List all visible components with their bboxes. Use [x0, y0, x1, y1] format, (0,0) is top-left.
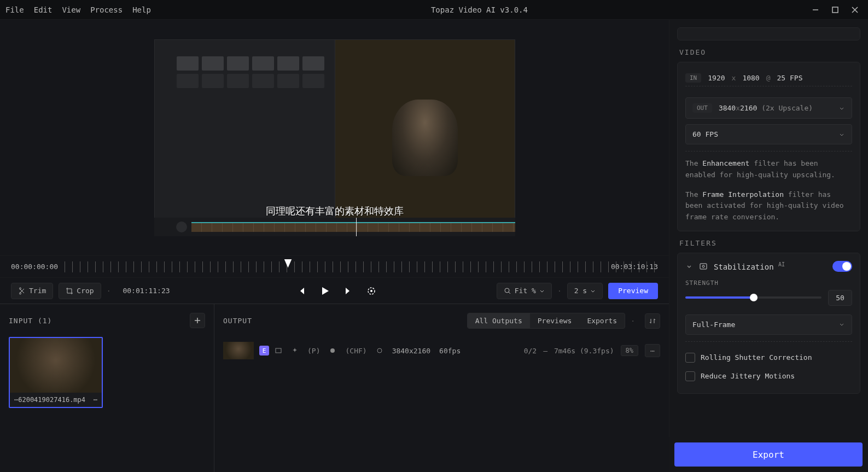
filters-section-title: FILTERS	[679, 239, 858, 247]
play-button[interactable]	[319, 285, 330, 296]
input-filename: ⋯6200419027416.mp4	[14, 396, 85, 404]
svg-rect-4	[276, 348, 281, 353]
bottom-panels: INPUT (1) ⋯6200419027416.mp4 ⋯ OUTPUT	[0, 304, 669, 472]
stabilization-icon	[698, 261, 708, 271]
right-tool-controls: Fit % · 2 s Preview	[497, 283, 658, 299]
zoom-value: Fit %	[515, 287, 536, 295]
close-icon[interactable]	[847, 2, 863, 18]
output-dash: —	[543, 347, 547, 355]
slider-thumb[interactable]	[750, 294, 758, 301]
scissors-icon	[18, 287, 26, 295]
playhead-icon[interactable]	[284, 259, 292, 268]
svg-point-6	[377, 348, 382, 353]
speed-value: 2 s	[574, 287, 587, 295]
sort-button[interactable]	[645, 313, 660, 329]
export-button[interactable]: Export	[674, 442, 863, 467]
frame-strip[interactable]	[191, 222, 515, 232]
stabilization-mode-dropdown[interactable]: Full-Frame	[685, 314, 852, 335]
checkbox-icon	[685, 353, 695, 363]
strength-label: STRENGTH	[685, 279, 719, 287]
video-settings-card: IN 1920x1080 @ 25 FPS OUT 3840x2160 (2x …	[677, 62, 860, 231]
output-p-label: (P)	[307, 347, 320, 355]
crop-button[interactable]: Crop	[59, 283, 101, 299]
in-height: 1080	[742, 74, 759, 82]
output-resolution: 3840x2160	[392, 347, 430, 355]
chevron-down-icon	[685, 263, 693, 270]
output-panel: OUTPUT All Outputs Previews Exports ·	[214, 304, 669, 472]
output-percent: 8%	[621, 345, 638, 356]
trim-button[interactable]: Trim	[11, 283, 53, 299]
timeline-lock-icon[interactable]	[176, 222, 187, 232]
menu-file[interactable]: File	[5, 5, 24, 14]
in-width: 1920	[708, 74, 725, 82]
menu-edit[interactable]: Edit	[34, 5, 53, 14]
stabilize-icon	[275, 347, 282, 354]
svg-rect-7	[700, 264, 707, 269]
speed-dropdown[interactable]: 2 s	[567, 283, 603, 299]
input-more-icon[interactable]: ⋯	[94, 396, 97, 404]
tab-exports[interactable]: Exports	[579, 313, 625, 328]
sort-icon	[649, 317, 656, 325]
input-panel-title: INPUT (1)	[9, 317, 52, 325]
mini-playhead[interactable]	[356, 218, 357, 236]
input-thumbnail[interactable]: ⋯6200419027416.mp4 ⋯	[9, 337, 103, 408]
in-fps: 25 FPS	[777, 74, 803, 82]
transport-controls	[182, 285, 491, 296]
next-frame-button[interactable]	[343, 286, 353, 296]
checkbox-icon	[685, 371, 695, 381]
sidebar[interactable]: VIDEO IN 1920x1080 @ 25 FPS OUT 3840x216…	[669, 20, 868, 472]
output-more-button[interactable]: ⋯	[645, 344, 660, 357]
window-title: Topaz Video AI v3.0.4	[151, 5, 808, 14]
rolling-shutter-label: Rolling Shutter Correction	[701, 353, 812, 362]
preview-button[interactable]: Preview	[608, 283, 658, 299]
output-row[interactable]: E (P) (CHF) 3840x2160 60fps 0/2 —	[223, 337, 660, 364]
out-badge: OUT	[692, 103, 712, 113]
transport-toolbar: Trim Crop · 00:01:11:23 Fit % ·	[0, 277, 669, 304]
zoom-dropdown[interactable]: Fit %	[497, 283, 552, 299]
ruler-end-time: 00:03:10:13	[611, 263, 658, 271]
chevron-down-icon	[838, 105, 845, 112]
plus-icon	[194, 317, 201, 324]
timeline-ruler[interactable]: 00:00:00:00 00:03:10:13	[0, 255, 669, 277]
input-thumbnail-image	[10, 338, 102, 393]
reduce-jittery-label: Reduce Jittery Motions	[701, 372, 795, 380]
tab-all-outputs[interactable]: All Outputs	[468, 313, 530, 328]
menu-view[interactable]: View	[62, 5, 80, 14]
add-input-button[interactable]	[190, 313, 205, 328]
tab-previews[interactable]: Previews	[530, 313, 580, 328]
stabilization-toggle[interactable]	[832, 261, 852, 272]
svg-point-3	[505, 288, 509, 293]
loop-button[interactable]	[366, 286, 376, 296]
current-time[interactable]: 00:01:11:23	[116, 283, 176, 299]
trim-label: Trim	[29, 287, 46, 295]
strength-slider[interactable]	[685, 296, 822, 299]
rolling-shutter-checkbox[interactable]: Rolling Shutter Correction	[685, 348, 852, 367]
preview-area: 同理呢还有丰富的素材和特效库	[0, 20, 669, 255]
titlebar: File Edit View Process Help Topaz Video …	[0, 0, 868, 20]
minimize-icon[interactable]	[808, 2, 823, 18]
output-resolution-dropdown[interactable]: OUT 3840x2160 (2x Upscale)	[685, 97, 852, 119]
stabilization-card: Stabilization AI STRENGTH 50 Full-Frame	[677, 253, 860, 394]
stabilization-label: Stabilization	[714, 263, 774, 271]
video-section-title: VIDEO	[679, 48, 858, 56]
circle-icon	[376, 347, 383, 354]
export-badge: E	[259, 346, 269, 356]
menu-help[interactable]: Help	[132, 5, 151, 14]
output-panel-title: OUTPUT	[223, 317, 252, 325]
output-fps: 60fps	[439, 347, 461, 355]
ruler-ticks[interactable]	[65, 261, 658, 272]
output-fps-dropdown[interactable]: 60 FPS	[685, 124, 852, 144]
prev-frame-button[interactable]	[296, 286, 306, 296]
chevron-down-icon	[838, 321, 845, 328]
main-area: 同理呢还有丰富的素材和特效库 00:00:00:00 00:03:10:13 T…	[0, 20, 669, 472]
output-tabs: All Outputs Previews Exports	[467, 313, 626, 329]
sparkle-icon	[291, 347, 299, 354]
menu-process[interactable]: Process	[90, 5, 123, 14]
enhancement-info: The Enhancement filter has been enabled …	[685, 158, 852, 181]
strength-value[interactable]: 50	[828, 290, 852, 306]
reduce-jittery-checkbox[interactable]: Reduce Jittery Motions	[685, 367, 852, 386]
maximize-icon[interactable]	[828, 2, 843, 18]
input-panel: INPUT (1) ⋯6200419027416.mp4 ⋯	[0, 304, 214, 472]
magnifier-icon	[504, 287, 511, 295]
stabilization-header[interactable]: Stabilization AI	[685, 261, 852, 272]
